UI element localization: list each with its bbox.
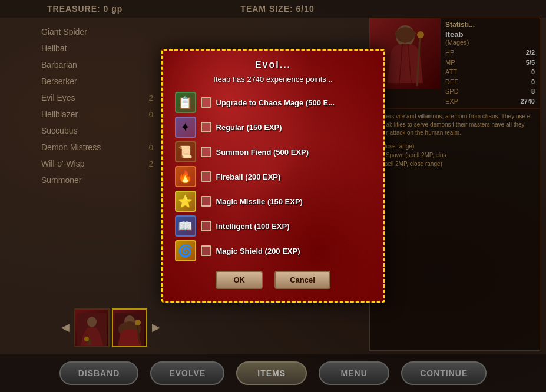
skill-checkbox-5[interactable] bbox=[201, 221, 211, 231]
skill-icon-6: 🌀 bbox=[175, 240, 196, 261]
skill-row-1: ✦Regular (150 EXP) bbox=[175, 117, 372, 138]
skill-icon-2: 📜 bbox=[175, 141, 196, 162]
skill-icon-5: 📖 bbox=[175, 215, 196, 237]
skill-list: 📋Upgrade to Chaos Mage (500 E...✦Regular… bbox=[175, 92, 372, 261]
modal-title: Evol... bbox=[175, 59, 372, 70]
skill-icon-3: 🔥 bbox=[175, 166, 196, 187]
evolve-modal: Evol... Iteab has 2740 experience points… bbox=[161, 49, 385, 303]
skill-icon-0: 📋 bbox=[175, 92, 196, 113]
skill-icon-4: ⭐ bbox=[175, 191, 196, 212]
skill-label-1: Regular (150 EXP) bbox=[216, 123, 282, 132]
cancel-button[interactable]: Cancel bbox=[274, 271, 330, 289]
skill-row-2: 📜Summon Fiend (500 EXP) bbox=[175, 141, 372, 162]
skill-checkbox-0[interactable] bbox=[201, 97, 211, 108]
skill-label-5: Intelligent (100 EXP) bbox=[216, 222, 290, 231]
skill-row-6: 🌀Magic Shield (200 EXP) bbox=[175, 240, 372, 261]
skill-label-0: Upgrade to Chaos Mage (500 E... bbox=[216, 98, 335, 107]
skill-icon-1: ✦ bbox=[175, 117, 196, 138]
skill-row-5: 📖Intelligent (100 EXP) bbox=[175, 215, 372, 237]
skill-label-2: Summon Fiend (500 EXP) bbox=[216, 148, 309, 157]
skill-label-3: Fireball (200 EXP) bbox=[216, 172, 281, 181]
skill-checkbox-1[interactable] bbox=[201, 122, 211, 132]
modal-subtitle: Iteab has 2740 experience points... bbox=[175, 75, 372, 84]
modal-buttons: OK Cancel bbox=[175, 271, 372, 289]
ok-button[interactable]: OK bbox=[216, 271, 263, 289]
skill-label-4: Magic Missile (150 EXP) bbox=[216, 197, 303, 206]
skill-checkbox-2[interactable] bbox=[201, 147, 211, 157]
skill-checkbox-3[interactable] bbox=[201, 171, 211, 182]
skill-row-4: ⭐Magic Missile (150 EXP) bbox=[175, 191, 372, 212]
skill-label-6: Magic Shield (200 EXP) bbox=[216, 247, 300, 255]
skill-row-3: 🔥Fireball (200 EXP) bbox=[175, 166, 372, 187]
skill-checkbox-4[interactable] bbox=[201, 196, 211, 207]
skill-checkbox-6[interactable] bbox=[201, 245, 211, 256]
skill-row-0: 📋Upgrade to Chaos Mage (500 E... bbox=[175, 92, 372, 113]
